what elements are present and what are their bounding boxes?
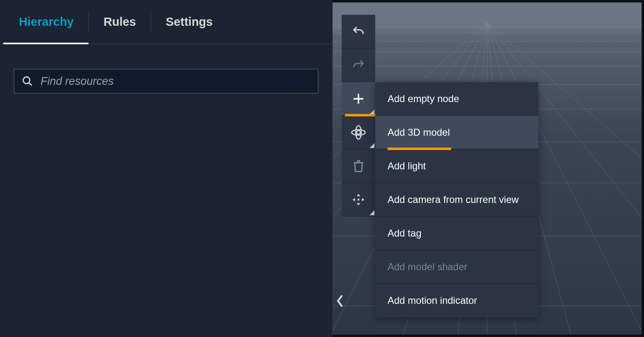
menu-add-3d-model[interactable]: Add 3D model — [375, 116, 538, 149]
menu-item-label: Add tag — [388, 228, 422, 239]
undo-icon — [351, 25, 365, 39]
search-input[interactable] — [41, 75, 311, 88]
menu-add-empty-node[interactable]: Add empty node — [375, 82, 538, 116]
expand-corner-icon — [370, 143, 374, 148]
tab-bar: Hierarchy Rules Settings — [0, 0, 332, 44]
svg-marker-38 — [353, 198, 355, 201]
expand-corner-icon — [370, 210, 374, 215]
delete-button[interactable] — [342, 149, 375, 183]
redo-icon — [351, 58, 365, 72]
menu-item-label: Add empty node — [388, 93, 459, 105]
svg-marker-39 — [362, 198, 365, 201]
tab-settings[interactable]: Settings — [151, 0, 227, 44]
left-panel: Hierarchy Rules Settings — [0, 0, 333, 337]
svg-marker-36 — [357, 194, 361, 196]
menu-add-model-shader: Add model shader — [375, 250, 538, 284]
add-button[interactable] — [342, 82, 375, 116]
plus-icon — [351, 91, 366, 106]
search-icon — [22, 75, 33, 87]
menu-add-camera[interactable]: Add camera from current view — [375, 183, 538, 216]
tab-hierarchy[interactable]: Hierarchy — [4, 0, 88, 44]
menu-item-label: Add camera from current view — [388, 194, 519, 205]
move-button[interactable] — [342, 183, 375, 216]
svg-rect-40 — [358, 198, 359, 200]
highlight-underline — [388, 148, 451, 150]
redo-button[interactable] — [342, 48, 375, 82]
orbit-button[interactable] — [342, 116, 375, 149]
trash-icon — [352, 159, 365, 173]
viewport[interactable]: Add empty node Add 3D model Add light Ad… — [333, 0, 644, 337]
menu-item-label: Add 3D model — [388, 127, 450, 138]
undo-button[interactable] — [342, 15, 375, 48]
add-menu: Add empty node Add 3D model Add light Ad… — [375, 82, 538, 317]
viewport-toolbar — [342, 15, 375, 216]
collapse-panel-button[interactable] — [332, 293, 348, 309]
app-root: Hierarchy Rules Settings — [0, 0, 644, 337]
svg-point-33 — [357, 130, 361, 134]
menu-item-label: Add motion indicator — [388, 295, 477, 306]
menu-add-light[interactable]: Add light — [375, 149, 538, 183]
move-icon — [351, 193, 365, 207]
menu-add-tag[interactable]: Add tag — [375, 216, 538, 250]
svg-line-1 — [29, 83, 32, 85]
menu-item-label: Add light — [388, 160, 426, 172]
svg-point-0 — [23, 77, 30, 84]
search-wrap — [0, 44, 332, 93]
menu-add-motion-indicator[interactable]: Add motion indicator — [375, 284, 538, 317]
search-box[interactable] — [14, 69, 318, 93]
tab-rules[interactable]: Rules — [89, 0, 151, 44]
orbit-icon — [351, 125, 366, 140]
menu-item-label: Add model shader — [388, 261, 467, 273]
highlight-underline — [345, 114, 375, 116]
svg-marker-37 — [357, 203, 361, 205]
